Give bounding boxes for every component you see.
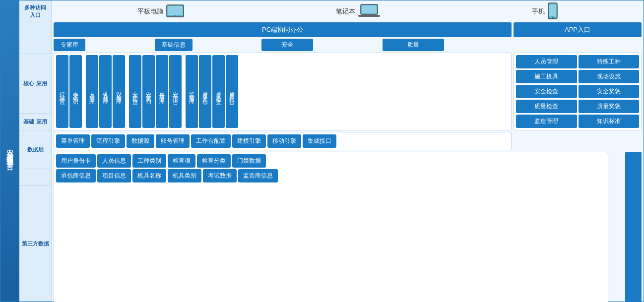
core-item-9[interactable]: 监 造 管 理: [186, 55, 198, 128]
cat-expert[interactable]: 专家库: [54, 39, 85, 51]
label-space2: [19, 39, 51, 54]
foundation-menu-mgmt[interactable]: 菜单管理: [56, 134, 90, 148]
core-item-10[interactable]: 质 量 奖 惩: [199, 55, 211, 128]
app-btn-zhiliang-jiangjou[interactable]: 质量奖惩: [579, 100, 640, 113]
foundation-app-spacer: [514, 132, 642, 150]
cat-spacer3: [315, 39, 381, 51]
foundation-row: 菜单管理 流程引擎 数据源 账号管理 工作台配置 建模引擎 移动引擎 集成接口: [54, 132, 512, 150]
main-container: 安全质量管理平台 多种访问入口 核心 应用 基础 应用 数据层 第三方数据: [0, 0, 644, 302]
app-btn-teshu-gongzhong[interactable]: 特殊工种: [579, 55, 640, 68]
app-cat-spacer: [514, 39, 642, 51]
app-btn-zhiliang-jiancha[interactable]: 质量检查: [516, 100, 577, 113]
label-access: 多种访问入口: [19, 0, 51, 22]
svg-point-8: [552, 17, 554, 18]
phone-label: 手机: [532, 7, 545, 16]
app-core-area: 人员管理 特殊工种 施工机具 现场设施 安全检查 安全奖惩 质量检查 质量奖惩 …: [514, 53, 642, 130]
data-supervisor-info[interactable]: 监造商信息: [238, 169, 278, 182]
app-btn-jianzao-guanli[interactable]: 监造管理: [516, 115, 577, 128]
app-row1: 人员管理 特殊工种: [516, 55, 639, 68]
app-row4: 质量检查 质量奖惩: [516, 100, 639, 113]
label-core-text: 核心 应用: [23, 80, 47, 87]
app-section-label: APP入口: [514, 22, 642, 37]
content-area: 平板电脑 笔记本: [52, 0, 644, 302]
label-foundation-text: 基础 应用: [23, 118, 47, 125]
labels-column: 多种访问入口 核心 应用 基础 应用 数据层 第三方数据: [19, 0, 52, 302]
core-item-1[interactable]: 专 家 知 识: [69, 55, 82, 128]
data-gate-data[interactable]: 门禁数据: [232, 154, 266, 168]
cat-basic-info[interactable]: 基础信息: [155, 39, 193, 51]
sidebar-title: 安全质量管理平台: [5, 143, 14, 159]
core-item-5[interactable]: 安 全 检 查: [129, 55, 141, 128]
foundation-model-engine[interactable]: 建模引擎: [232, 134, 266, 148]
app-btn-xianchang-sheshi[interactable]: 现场设施: [579, 70, 640, 83]
data-layer-wrapper: 用户身份卡 人员信息 工种类别 检查项 检查分类 门禁数据 承包商信息 项目信息…: [52, 152, 644, 302]
core-item-7[interactable]: 事 故 管 理: [156, 55, 168, 128]
data-work-type[interactable]: 工种类别: [132, 154, 166, 168]
phone-icon: [548, 2, 558, 21]
svg-point-2: [175, 15, 176, 16]
app-btn-anquan-jiangjou[interactable]: 安全奖惩: [579, 85, 640, 98]
data-project-info[interactable]: 项目信息: [97, 169, 131, 182]
label-foundation-app: 基础 应用: [19, 114, 51, 130]
data-user-card[interactable]: 用户身份卡: [56, 154, 96, 168]
foundation-workbench-config[interactable]: 工作台配置: [191, 134, 231, 148]
core-item-11[interactable]: 质 量 检 查: [212, 55, 225, 128]
data-row2: 承包商信息 项目信息 机具名称 机具类别 考试数据 监造商信息: [56, 169, 606, 182]
cat-safety[interactable]: 安全: [261, 39, 313, 51]
label-data-layer: 数据层: [19, 130, 51, 169]
category-row: 专家库 基础信息 安全 质量: [52, 39, 644, 53]
svg-rect-5: [358, 15, 380, 17]
label-third-text: 第三方数据: [22, 240, 49, 247]
data-arrow-applied: ← 应用 数据: [610, 152, 642, 302]
core-item-8[interactable]: 安 全 报 告: [169, 55, 182, 128]
core-item-12[interactable]: 质 量 报 告: [226, 55, 238, 128]
data-exam-data[interactable]: 考试数据: [203, 169, 237, 182]
svg-rect-1: [168, 6, 183, 15]
core-item-6[interactable]: 安 全 奖 罚: [142, 55, 155, 128]
label-third-party: 第三方数据: [19, 186, 51, 302]
label-core-app: 核心 应用: [19, 54, 51, 114]
foundation-row-wrapper: 菜单管理 流程引擎 数据源 账号管理 工作台配置 建模引擎 移动引擎 集成接口: [52, 132, 644, 152]
data-inspection-category[interactable]: 检查分类: [197, 154, 231, 168]
applied-data-btn[interactable]: 应用 数据: [625, 152, 642, 302]
label-space1: [19, 22, 51, 39]
cat-quality[interactable]: 质量: [383, 39, 444, 51]
svg-rect-7: [549, 4, 556, 16]
data-layer-area: 用户身份卡 人员信息 工种类别 检查项 检查分类 门禁数据 承包商信息 项目信息…: [54, 152, 608, 302]
cat-spacer4: [446, 39, 512, 51]
foundation-datasource[interactable]: 数据源: [127, 134, 154, 148]
left-sidebar: 安全质量管理平台: [0, 0, 19, 302]
pc-section-label: PC端协同办公: [54, 22, 512, 37]
app-row3: 安全检查 安全奖惩: [516, 85, 639, 98]
foundation-process-engine[interactable]: 流程引擎: [91, 134, 125, 148]
core-sep3: [183, 55, 185, 128]
data-inspection-item[interactable]: 检查项: [168, 154, 195, 168]
core-item-3[interactable]: 机 具 管 理: [99, 55, 112, 128]
device-row: 平板电脑 笔记本: [52, 0, 644, 22]
laptop-icon: [358, 4, 380, 19]
cat-spacer2: [194, 39, 260, 51]
app-btn-renyuan-guanli[interactable]: 人员管理: [516, 55, 577, 68]
core-sep1: [83, 55, 85, 128]
phone-device: 手机: [532, 2, 558, 21]
app-btn-shigong-juju[interactable]: 施工机具: [516, 70, 577, 83]
data-machine-name[interactable]: 机具名称: [132, 169, 166, 182]
tablet-label: 平板电脑: [137, 7, 163, 16]
core-item-2[interactable]: 人 员 管 理: [86, 55, 98, 128]
data-contractor-info[interactable]: 承包商信息: [56, 169, 96, 182]
cat-spacer1: [87, 39, 153, 51]
laptop-label: 笔记本: [336, 7, 355, 16]
label-base-space: [19, 169, 51, 186]
app-btn-zhishi-biaozhun[interactable]: 知识标准: [579, 115, 640, 128]
core-item-4[interactable]: 设 施 管 理: [113, 55, 125, 128]
pc-core-area: 行 业 标 准 专 家 知 识 人 员 管 理 机 具 管 理 设 施 管 理 …: [54, 53, 512, 130]
core-item-0[interactable]: 行 业 标 准: [56, 55, 68, 128]
foundation-integration[interactable]: 集成接口: [303, 134, 336, 148]
data-person-info[interactable]: 人员信息: [97, 154, 131, 168]
data-machine-category[interactable]: 机具类别: [168, 169, 201, 182]
data-row1: 用户身份卡 人员信息 工种类别 检查项 检查分类 门禁数据: [56, 154, 606, 168]
app-btn-anquan-jiancha[interactable]: 安全检查: [516, 85, 577, 98]
foundation-account-mgmt[interactable]: 账号管理: [156, 134, 190, 148]
foundation-mobile-engine[interactable]: 移动引擎: [267, 134, 301, 148]
pc-app-row: PC端协同办公 APP入口: [52, 22, 644, 39]
